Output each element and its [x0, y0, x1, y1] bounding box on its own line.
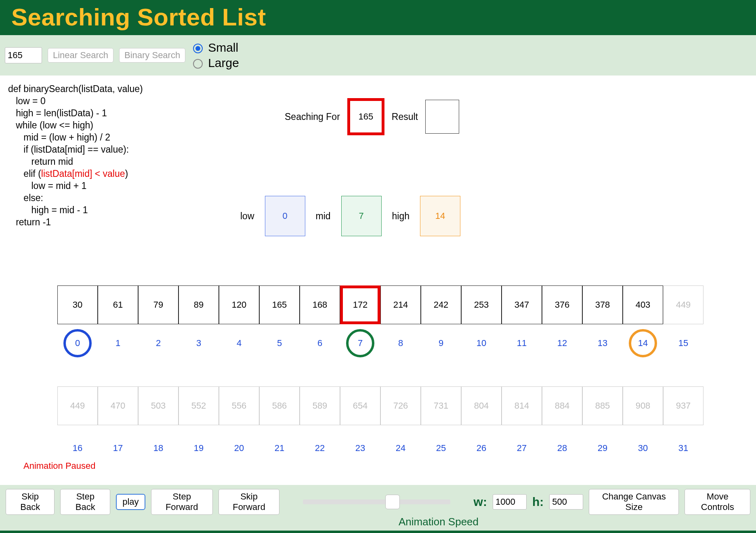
- array-index: 16: [57, 443, 98, 453]
- array-cell: 908: [623, 386, 663, 425]
- speed-slider[interactable]: [303, 499, 450, 504]
- array-index: 3: [178, 338, 219, 348]
- array-cell: 470: [98, 386, 138, 425]
- array-cell: 376: [542, 285, 582, 324]
- top-controls: Linear Search Binary Search Small Large: [0, 35, 756, 76]
- array-cell: 165: [259, 285, 300, 324]
- mid-box: 7: [341, 196, 382, 236]
- array-index: 0: [57, 338, 98, 348]
- array-index: 11: [502, 338, 542, 348]
- array-index: 1: [98, 338, 138, 348]
- array-cell: 79: [138, 285, 178, 324]
- page-header: Searching Sorted List: [0, 0, 756, 35]
- high-box: 14: [420, 196, 460, 236]
- size-large-option[interactable]: Large: [191, 56, 239, 70]
- array-cell: 589: [300, 386, 340, 425]
- searching-for-label: Seaching For: [285, 111, 340, 122]
- array-cell: 804: [461, 386, 502, 425]
- skip-back-button[interactable]: Skip Back: [6, 489, 55, 515]
- array-index: 17: [98, 443, 138, 453]
- array-cell: 503: [138, 386, 178, 425]
- array-cell: 449: [57, 386, 98, 425]
- array-index: 7: [340, 338, 380, 348]
- array-index: 4: [219, 338, 259, 348]
- array-cell: 814: [502, 386, 542, 425]
- array-index: 26: [461, 443, 502, 453]
- array-cell: 61: [98, 285, 138, 324]
- index-row-2: 16171819202122232425262728293031: [57, 443, 704, 453]
- array-cell: 172: [340, 285, 380, 324]
- size-small-option[interactable]: Small: [191, 41, 239, 55]
- size-large-radio[interactable]: [193, 59, 203, 69]
- array-index: 19: [178, 443, 219, 453]
- size-small-label: Small: [208, 41, 238, 55]
- array-cell: 403: [623, 285, 663, 324]
- array-row-1: 3061798912016516817221424225334737637840…: [57, 285, 704, 324]
- array-index: 24: [380, 443, 421, 453]
- index-row-1: 0123456789101112131415: [57, 338, 704, 348]
- array-cell: 378: [582, 285, 623, 324]
- page-title: Searching Sorted List: [11, 3, 745, 31]
- array-cell: 937: [663, 386, 704, 425]
- array-cell: 120: [219, 285, 259, 324]
- step-back-button[interactable]: Step Back: [60, 489, 110, 515]
- high-label: high: [392, 211, 410, 222]
- pointer-boxes: low 0 mid 7 high 14: [240, 196, 460, 236]
- low-box: 0: [265, 196, 305, 236]
- array-index: 15: [663, 338, 704, 348]
- code-listing: def binarySearch(listData, value) low = …: [8, 83, 143, 228]
- searching-for-box: 165: [347, 98, 384, 135]
- array-cell: 884: [542, 386, 582, 425]
- move-controls-button[interactable]: Move Controls: [685, 489, 750, 515]
- height-label: h:: [532, 495, 544, 509]
- low-label: low: [240, 211, 254, 222]
- array-cell: 214: [380, 285, 421, 324]
- array-index: 28: [542, 443, 582, 453]
- speed-label: Animation Speed: [127, 516, 750, 528]
- canvas-height-input[interactable]: [549, 494, 583, 510]
- change-canvas-size-button[interactable]: Change Canvas Size: [589, 489, 679, 515]
- canvas-width-input[interactable]: [493, 494, 527, 510]
- result-label: Result: [392, 111, 418, 122]
- low-marker-circle: [63, 329, 92, 357]
- size-small-radio[interactable]: [193, 44, 203, 53]
- mid-label: mid: [316, 211, 331, 222]
- array-index: 10: [461, 338, 502, 348]
- step-forward-button[interactable]: Step Forward: [151, 489, 213, 515]
- array-index: 27: [502, 443, 542, 453]
- array-cell: 347: [502, 285, 542, 324]
- array-index: 23: [340, 443, 380, 453]
- result-box: [425, 100, 459, 134]
- size-large-label: Large: [208, 56, 239, 70]
- array-index: 8: [380, 338, 421, 348]
- array-index: 25: [421, 443, 461, 453]
- array-index: 31: [663, 443, 704, 453]
- array-cell: 168: [300, 285, 340, 324]
- array-cell: 253: [461, 285, 502, 324]
- array-row-2: 4494705035525565865896547267318048148848…: [57, 386, 704, 425]
- mid-marker-circle: [346, 329, 374, 357]
- search-value-input[interactable]: [5, 47, 42, 63]
- array-index: 6: [300, 338, 340, 348]
- array-index: 21: [259, 443, 300, 453]
- slider-thumb[interactable]: [385, 495, 400, 509]
- linear-search-button[interactable]: Linear Search: [48, 48, 113, 63]
- play-button[interactable]: play: [116, 494, 145, 510]
- array-index: 9: [421, 338, 461, 348]
- array-cell: 242: [421, 285, 461, 324]
- array-index: 18: [138, 443, 178, 453]
- array-index: 5: [259, 338, 300, 348]
- array-index: 30: [623, 443, 663, 453]
- array-cell: 586: [259, 386, 300, 425]
- array-cell: 731: [421, 386, 461, 425]
- width-label: w:: [474, 495, 487, 509]
- skip-forward-button[interactable]: Skip Forward: [218, 489, 279, 515]
- array-index: 20: [219, 443, 259, 453]
- array-cell: 885: [582, 386, 623, 425]
- array-index: 22: [300, 443, 340, 453]
- array-index: 2: [138, 338, 178, 348]
- array-cell: 654: [340, 386, 380, 425]
- array-index: 13: [582, 338, 623, 348]
- binary-search-button[interactable]: Binary Search: [119, 48, 185, 63]
- visualization-canvas: def binarySearch(listData, value) low = …: [0, 76, 756, 487]
